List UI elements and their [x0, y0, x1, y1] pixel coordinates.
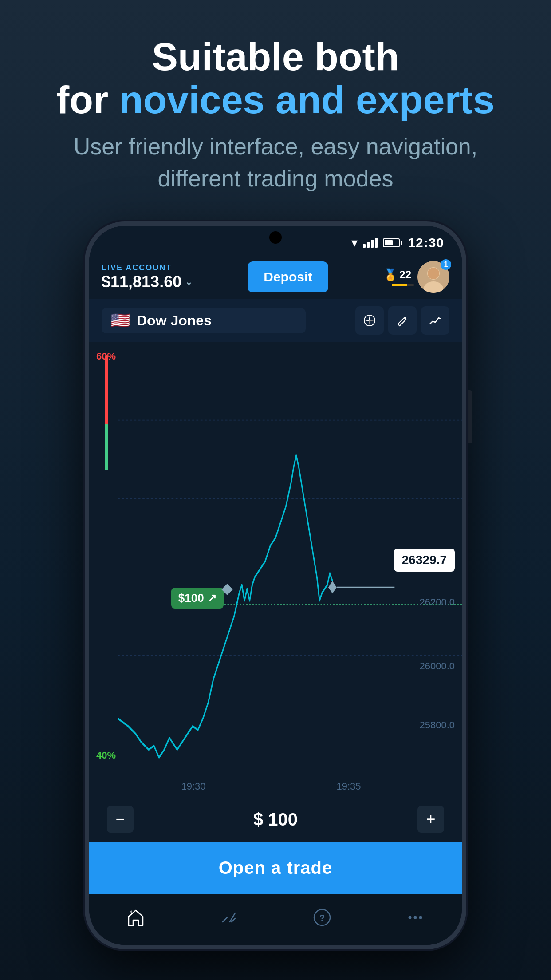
app-header: LIVE ACCOUNT $11,813.60 ⌄ Deposit 🏅 22 [89, 255, 462, 299]
decrease-amount-button[interactable]: − [107, 806, 134, 833]
amount-control: − $ 100 + [89, 797, 462, 842]
header-line2-highlight: novices and experts [119, 78, 495, 122]
header-section: Suitable both for novices and experts Us… [0, 0, 551, 217]
user-section: 🏅 22 [383, 261, 449, 293]
balance-value: $11,813.60 [102, 273, 181, 291]
battery-fill [385, 240, 393, 245]
level-bar-fill [392, 284, 407, 286]
level-progress-bar [392, 284, 414, 286]
time-label-1935: 19:35 [336, 781, 361, 792]
help-nav-icon: ? [312, 908, 332, 927]
header-title: Suitable both for novices and experts [35, 36, 516, 122]
bottom-nav: ? [89, 894, 462, 945]
trend-icon [429, 314, 441, 327]
header-line1: Suitable both [152, 35, 399, 79]
account-section: LIVE ACCOUNT $11,813.60 ⌄ [102, 263, 193, 291]
price-axis-25800: 25800.0 [419, 719, 455, 731]
current-price-label: 26329.7 [394, 549, 455, 572]
trade-marker: $100 ↗ [171, 588, 224, 609]
svg-point-3 [428, 268, 439, 279]
svg-line-15 [223, 917, 227, 922]
signal-bar-2 [367, 242, 370, 248]
svg-point-20 [409, 916, 412, 919]
phone-screen: ▾ 12:30 [89, 226, 462, 945]
status-time: 12:30 [408, 235, 444, 250]
instrument-flag: 🇺🇸 [110, 312, 130, 328]
signal-bar-1 [363, 244, 366, 248]
amount-display: $ 100 [253, 810, 298, 830]
phone-mockup: ▾ 12:30 [85, 221, 466, 949]
chart-tools [355, 306, 449, 335]
trade-marker-value: $100 [178, 591, 204, 605]
battery-body [383, 238, 400, 247]
compass-icon [363, 314, 376, 327]
price-marker [328, 581, 337, 593]
header-subtitle: User friendly interface, easy navigation… [35, 130, 516, 195]
svg-marker-5 [369, 316, 370, 320]
instrument-selector[interactable]: 🇺🇸 Dow Jones [102, 308, 306, 333]
price-line [118, 455, 332, 757]
svg-point-21 [414, 916, 417, 919]
nav-item-more[interactable] [392, 903, 438, 932]
notification-badge: 1 [441, 259, 451, 270]
more-nav-icon [405, 908, 425, 927]
account-balance[interactable]: $11,813.60 ⌄ [102, 273, 193, 291]
level-number: 22 [399, 269, 411, 281]
open-trade-button[interactable]: Open a trade [89, 842, 462, 894]
bottom-controls: − $ 100 + Open a trade [89, 797, 462, 894]
nav-item-home[interactable] [113, 903, 159, 932]
phone-outer: ▾ 12:30 [85, 221, 466, 949]
signal-bar-4 [375, 238, 378, 248]
time-label-1930: 19:30 [181, 781, 205, 792]
signal-bar-3 [371, 240, 374, 248]
status-icons: ▾ 12:30 [351, 235, 444, 250]
header-line2-normal: for [56, 78, 119, 122]
svg-marker-6 [370, 320, 374, 321]
svg-marker-8 [365, 320, 370, 321]
camera-notch [269, 231, 282, 244]
trade-nav-icon [219, 908, 239, 927]
chart-header: 🇺🇸 Dow Jones [89, 299, 462, 342]
svg-marker-7 [369, 320, 370, 325]
wifi-icon: ▾ [351, 235, 358, 250]
nav-item-help[interactable]: ? [299, 903, 345, 932]
price-axis-26200: 26200.0 [419, 597, 455, 608]
trend-tool-button[interactable] [421, 306, 449, 335]
compass-tool-button[interactable] [355, 306, 384, 335]
level-badge: 🏅 22 [383, 268, 414, 286]
home-nav-icon [126, 908, 146, 927]
chart-area: 60% 40% [89, 342, 462, 797]
nav-item-trade[interactable] [206, 903, 252, 932]
phone-volume-button [466, 390, 472, 443]
battery-icon [383, 238, 402, 247]
trade-marker-arrow: ↗ [208, 592, 216, 604]
price-axis-26000: 26000.0 [419, 660, 455, 672]
time-labels: 19:30 19:35 [116, 781, 426, 792]
balance-chevron[interactable]: ⌄ [185, 277, 193, 287]
svg-point-22 [419, 916, 422, 919]
svg-text:?: ? [319, 913, 325, 923]
user-avatar-container[interactable]: 1 [417, 261, 449, 293]
pencil-tool-button[interactable] [388, 306, 417, 335]
account-type-label: LIVE ACCOUNT [102, 263, 193, 273]
deposit-button[interactable]: Deposit [248, 261, 328, 292]
increase-amount-button[interactable]: + [417, 806, 444, 833]
instrument-name: Dow Jones [137, 312, 212, 329]
signal-icon [363, 238, 378, 248]
pencil-icon [396, 314, 409, 327]
battery-tip [401, 241, 402, 245]
